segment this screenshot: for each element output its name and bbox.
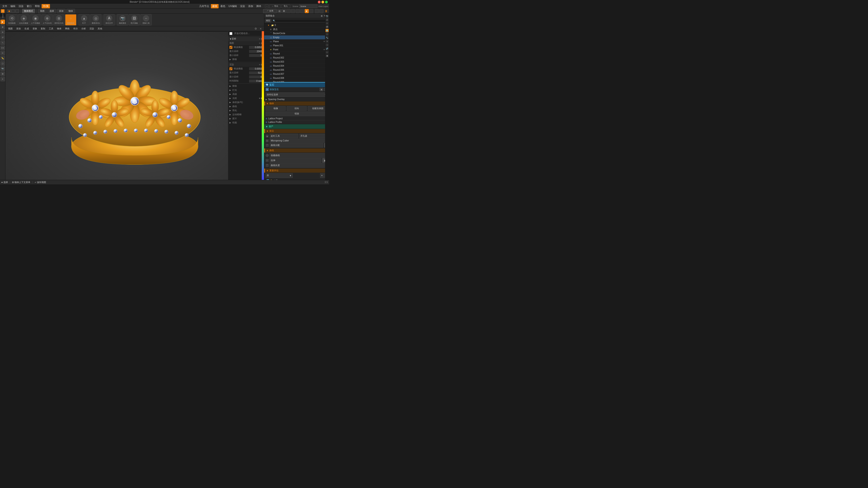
nav-other[interactable]: 其他 [96, 27, 103, 31]
outliner-search[interactable] [272, 19, 328, 22]
outliner-item-round004[interactable]: ▭ Round.004 👁 [264, 64, 329, 68]
max-samples-val-vp[interactable]: 2048 [249, 50, 263, 53]
light-section-expand[interactable]: ▶ [229, 89, 231, 91]
nav-object[interactable]: 物体 [56, 27, 63, 31]
xray-btn[interactable] [291, 9, 295, 13]
volume-section-expand[interactable]: ▶ [229, 101, 231, 103]
workspace-script[interactable]: 脚本 [255, 4, 263, 8]
export-button[interactable]: → [265, 4, 269, 8]
shading-wire[interactable] [296, 9, 300, 13]
maximize-button[interactable] [325, 1, 328, 3]
path-icon-1[interactable]: ≡ [259, 97, 260, 99]
scale-tool[interactable]: ⤡ [0, 40, 5, 45]
tool-photo[interactable]: 🖼 照片画板 [129, 14, 140, 26]
noise-check-r[interactable] [229, 67, 232, 70]
shading-render[interactable] [309, 9, 313, 13]
weight-section-header[interactable]: ▼ 重量评估 [264, 168, 329, 173]
nav-tool[interactable]: 工具 [48, 27, 55, 31]
mirror-btn[interactable]: 镜像 [266, 106, 286, 111]
gizmo-btn[interactable] [319, 9, 323, 13]
lattice-profile-row[interactable]: ⊞ Lattice Profile [264, 120, 329, 124]
scene-collection-header[interactable]: 场景集合 ▣ 👁 ≡ [264, 13, 329, 18]
snap-btn[interactable]: ◎ [277, 9, 281, 13]
scene-name[interactable]: Scene [299, 4, 317, 8]
stretch-btn[interactable]: 拉伸 [270, 158, 321, 163]
denoise-section-expand[interactable]: ▶ [229, 85, 231, 87]
nail-tool-btn[interactable]: 起钉工具 [270, 134, 298, 138]
minimize-button[interactable] [321, 1, 324, 3]
gem-color-swatch[interactable]: ▣ [320, 88, 323, 91]
mode-btn1[interactable] [11, 9, 15, 13]
tool-circle[interactable]: ○ 圆形排石 [65, 14, 76, 26]
outliner-item-point[interactable]: ☀ Point 👁 🔧 [264, 48, 329, 52]
time-limit-val[interactable]: 0 sec [249, 79, 263, 83]
body-section-header[interactable]: ▼ 物体 [264, 101, 329, 105]
prop-tab-material[interactable]: ⬟ [326, 54, 329, 57]
prop-tab-view-layer[interactable]: ≡ [326, 22, 329, 25]
prop-tab-object[interactable]: ◻ [326, 33, 329, 36]
window-controls[interactable] [318, 1, 328, 3]
min-samples-val-vp[interactable]: 0 [249, 54, 263, 57]
outliner-item-round008[interactable]: ▭ Round.008 👁 [264, 76, 329, 80]
outliner-item-round002[interactable]: ▭ Round.002 👁 [264, 56, 329, 60]
tool-stone-lr[interactable]: ◈ 左右石镶嵌 [18, 14, 29, 26]
nav-copy[interactable]: 复制 [39, 27, 46, 31]
select-feature-row[interactable]: 按特征选择 ▼ [264, 92, 329, 97]
proportional-btn[interactable] [286, 9, 290, 13]
spacing-expand-icon[interactable]: ▶ [266, 98, 267, 101]
outliner-item-round[interactable]: ▭ Round 👁 [264, 52, 329, 56]
weight-add-btn[interactable]: + [320, 173, 324, 178]
noise-val-vp[interactable]: 0.0050 [249, 46, 263, 49]
geometry-tool[interactable]: ◻ [0, 61, 5, 66]
outliner-item-0[interactable]: ▼ 📁 0 👁 [264, 23, 329, 27]
min-samples-val-r[interactable]: 0 [249, 75, 263, 78]
workspace-add[interactable]: 添加 [247, 4, 254, 8]
sampling-header[interactable]: ▼ 采样 ≡ ⊞ [228, 37, 264, 41]
sampling-icon-1[interactable]: ≡ [259, 38, 260, 40]
pause-btn[interactable]: ⏸ [324, 9, 328, 13]
motion-blur-section-expand[interactable]: ▶ [229, 113, 231, 116]
denoising-expand[interactable]: ▶ [229, 58, 231, 61]
outliner-item-round003[interactable]: ▭ Round.003 👁 [264, 60, 329, 64]
menu-help[interactable]: 帮助 [33, 4, 41, 8]
viewport-3d[interactable]: X Y Z Z x2 🖱 选择 [5, 32, 264, 180]
prop-tab-modifier[interactable]: 🔧 [326, 36, 329, 39]
prop-tab-world[interactable]: 🌍 [326, 29, 329, 32]
mode-view[interactable]: 视图 [38, 9, 46, 13]
menu-render[interactable]: 渲染 [17, 4, 25, 8]
outliner-item-plane001[interactable]: ▭ Plane.001 👁 [264, 43, 329, 48]
tool-stone-all[interactable]: ⊕ 上下左右石 [41, 14, 53, 26]
nav-analyze[interactable]: 分析 [80, 27, 87, 31]
tool-straighten[interactable]: ⟲ 拉直曲面 [6, 14, 18, 26]
overlay-btn[interactable] [315, 9, 319, 13]
mode-object[interactable]: 物体模式 [22, 9, 35, 13]
rotate-tool[interactable]: ↺ [0, 35, 5, 40]
instance-btn[interactable]: 创建实例面 [308, 106, 328, 111]
tool-nail[interactable]: ▲ 钉子 [79, 14, 90, 26]
outliner-item-origin[interactable]: ⊕ 原点 👁 [264, 27, 329, 31]
path-section-expand[interactable]: ▶ [229, 97, 231, 99]
gem-section-header[interactable]: 💎 宝石 [264, 82, 329, 87]
asset-section-header[interactable]: ▼ 资产 [264, 124, 329, 129]
prop-tab-constraints[interactable]: 🔗 [326, 47, 329, 50]
extra-tool[interactable]: ≡ [0, 77, 5, 81]
workspace-geometry[interactable]: 几何节点 [198, 4, 211, 8]
menu-edit[interactable]: 编辑 [9, 4, 17, 8]
measure-tool[interactable]: 📏 [0, 56, 5, 61]
annotate-tool[interactable]: ✏ [0, 51, 5, 55]
tool-circle2[interactable]: ◎ 圆形排石2 [90, 14, 101, 26]
noise-val-r[interactable]: 0.0050 [249, 67, 263, 70]
open-shading-check[interactable] [229, 32, 232, 35]
snap-options[interactable]: ⊞ [282, 9, 286, 13]
outliner-model-tab[interactable]: 模型 [265, 19, 271, 23]
select-feature-dropdown[interactable]: 按特征选择 ▼ [266, 92, 328, 97]
outliner-item-bezier[interactable]: ⌒ BezierCircle 👁 [264, 31, 329, 35]
import-label[interactable]: 导入 [281, 4, 290, 8]
cutter-btn[interactable]: Microprong Cutter [270, 139, 328, 142]
prop-tab-scene[interactable]: 🎬 [326, 25, 329, 29]
menu-file[interactable]: 文件 [1, 4, 8, 8]
outliner-item-plane[interactable]: ▭ Plane 👁 🔧 [264, 39, 329, 43]
curve-section-header[interactable]: ▼ 曲线 [264, 149, 329, 153]
grid-tool[interactable]: ⊞ [0, 72, 5, 76]
prop-tab-physics[interactable]: ⚛ [326, 43, 329, 46]
